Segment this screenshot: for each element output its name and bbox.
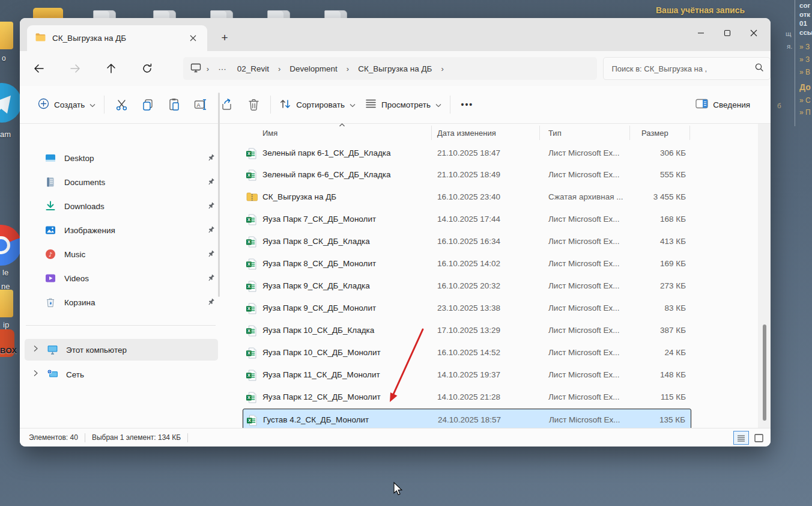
pin-icon (207, 154, 215, 163)
sidebar-item-documents[interactable]: Documents (25, 171, 218, 193)
zip-file-icon (246, 192, 258, 204)
list-scrollbar[interactable] (758, 124, 771, 428)
search-input[interactable]: Поиск в: СК_Выгрузка на , (603, 57, 771, 80)
excel-file-icon: X (246, 214, 256, 227)
column-separator[interactable] (539, 126, 540, 140)
panel-heading: До (799, 82, 811, 92)
file-row[interactable]: XЯуза Парк 10_СК_ДБ_Кладка17.10.2025 13:… (243, 320, 691, 342)
tab-current[interactable]: СК_Выгрузка на ДБ (27, 25, 207, 51)
copy-button[interactable] (135, 93, 161, 117)
folder-shortcut-icon[interactable] (33, 8, 63, 18)
pictures-icon (45, 225, 56, 237)
column-separator[interactable] (629, 126, 630, 140)
file-row[interactable]: XЯуза Парк 10_СК_ДБ_Монолит16.10.2025 14… (243, 342, 691, 364)
file-size: 387 КБ (660, 326, 686, 335)
file-row[interactable]: XЯуза Парк 7_СК_ДБ_Монолит14.10.2025 17:… (243, 209, 691, 231)
pin-icon (207, 226, 215, 236)
new-button[interactable]: Создать (33, 94, 100, 115)
file-row[interactable]: СК_Выгрузка на ДБ16.10.2025 23:40Сжатая … (243, 186, 691, 209)
thumbnail-view-toggle[interactable] (751, 431, 766, 445)
column-header-size[interactable]: Размер (641, 129, 668, 138)
sidebar-divider (26, 325, 216, 326)
file-size: 24 КБ (665, 348, 686, 357)
panel-link[interactable]: » П (799, 108, 811, 117)
file-shortcut-icon[interactable] (210, 10, 233, 19)
cut-button[interactable] (108, 93, 135, 117)
file-row[interactable]: XЯуза Парк 11_СК_ДБ_Монолит14.10.2025 19… (243, 364, 691, 386)
maximize-button[interactable] (714, 23, 741, 43)
column-header-date[interactable]: Дата изменения (437, 129, 496, 138)
delete-button[interactable] (240, 93, 267, 117)
paste-button[interactable] (161, 93, 187, 117)
panel-link[interactable]: » С (799, 96, 811, 105)
sort-button[interactable]: Сортировать (274, 94, 360, 115)
tab-title: СК_Выгрузка на ДБ (52, 34, 179, 43)
breadcrumb-item[interactable]: Development (286, 62, 341, 75)
toolbar-divider (270, 96, 271, 114)
panel-link[interactable]: » З (799, 55, 810, 64)
sidebar-item-desktop[interactable]: Desktop (25, 147, 218, 169)
forward-button[interactable] (67, 60, 83, 77)
file-size: 169 КБ (660, 259, 686, 268)
file-date: 16.10.2025 14:02 (437, 259, 500, 268)
panel-link[interactable]: » З (799, 43, 810, 51)
search-icon[interactable] (754, 62, 764, 75)
telegram-icon[interactable] (0, 83, 22, 123)
column-separator[interactable] (431, 126, 432, 140)
breadcrumb-ellipsis[interactable]: ··· (214, 62, 230, 75)
toolbar-divider (450, 96, 450, 114)
column-separator[interactable] (689, 126, 690, 140)
file-row[interactable]: XЯуза Парк 9_СК_ДБ_Монолит23.10.2025 13:… (243, 297, 691, 320)
this-pc-icon[interactable] (190, 63, 201, 75)
excel-file-icon: X (246, 169, 256, 183)
new-button-label: Создать (54, 100, 85, 109)
minimize-button[interactable] (688, 23, 714, 43)
chrome-icon[interactable] (0, 225, 22, 266)
new-tab-button[interactable]: + (216, 29, 234, 47)
file-shortcut-icon[interactable] (324, 10, 347, 19)
breadcrumb-item[interactable]: 02_Revit (234, 62, 273, 75)
file-type: Лист Microsoft Ex... (548, 170, 620, 179)
file-row[interactable]: XГустав 4.2_СК_ДБ_Монолит24.10.2025 18:5… (243, 409, 691, 431)
chevron-expand-icon[interactable] (31, 344, 40, 355)
details-view-toggle[interactable] (733, 431, 749, 445)
sidebar-item-recycle[interactable]: Корзина (25, 291, 218, 313)
panel-divider (795, 0, 795, 126)
chevron-right-icon: › (205, 64, 211, 73)
file-shortcut-icon[interactable] (93, 10, 116, 19)
refresh-button[interactable] (139, 60, 156, 77)
tab-close-icon[interactable] (186, 31, 200, 46)
column-header-type[interactable]: Тип (548, 129, 562, 138)
panel-text: 01 (799, 20, 807, 27)
sort-ascending-icon (339, 120, 345, 129)
sidebar-item-videos[interactable]: Videos (25, 267, 218, 289)
file-row[interactable]: XЗеленый парк 6-1_СК_ДБ_Кладка21.10.2025… (243, 142, 691, 165)
chevron-expand-icon[interactable] (31, 369, 40, 379)
file-row[interactable]: XЯуза Парк 9_СК_ДБ_Кладка16.10.2025 20:3… (243, 275, 691, 297)
panel-link[interactable]: » В (799, 68, 810, 76)
sidebar-item-pictures[interactable]: Изображения (25, 219, 218, 241)
sidebar-tree-pc[interactable]: Этот компьютер (25, 339, 218, 361)
file-row[interactable]: XЯуза Парк 12_СК_ДБ_Монолит14.10.2025 21… (243, 386, 691, 409)
back-button[interactable] (31, 60, 47, 77)
file-shortcut-icon[interactable] (267, 10, 290, 19)
column-header-name[interactable]: Имя (262, 129, 277, 138)
up-button[interactable] (103, 60, 120, 77)
scrollbar-thumb[interactable] (763, 325, 766, 421)
more-options-button[interactable]: ••• (454, 93, 480, 117)
details-pane-button[interactable]: Сведения (691, 95, 755, 114)
sidebar-scrollbar[interactable] (218, 93, 220, 297)
folder-shortcut-icon[interactable] (0, 290, 13, 317)
sidebar-tree-network[interactable]: Сеть (25, 364, 218, 385)
sidebar-item-music[interactable]: ♪Music (25, 243, 218, 265)
file-shortcut-icon[interactable] (153, 10, 176, 19)
sidebar-item-downloads[interactable]: Downloads (25, 195, 218, 217)
file-row[interactable]: XЯуза Парк 8_СК_ДБ_Кладка16.10.2025 16:3… (243, 231, 691, 253)
breadcrumb-item[interactable]: СК_Выгрузка на ДБ (354, 62, 435, 75)
view-button[interactable]: Просмотреть (360, 95, 446, 114)
file-row[interactable]: XЗеленый парк 6-6_СК_ДБ_Кладка21.10.2025… (243, 164, 691, 186)
close-button[interactable] (741, 23, 767, 43)
folder-shortcut-icon[interactable] (0, 22, 13, 49)
file-row[interactable]: XЯуза Парк 8_СК_ДБ_Монолит16.10.2025 14:… (243, 253, 691, 275)
rename-button[interactable]: A (187, 93, 214, 117)
